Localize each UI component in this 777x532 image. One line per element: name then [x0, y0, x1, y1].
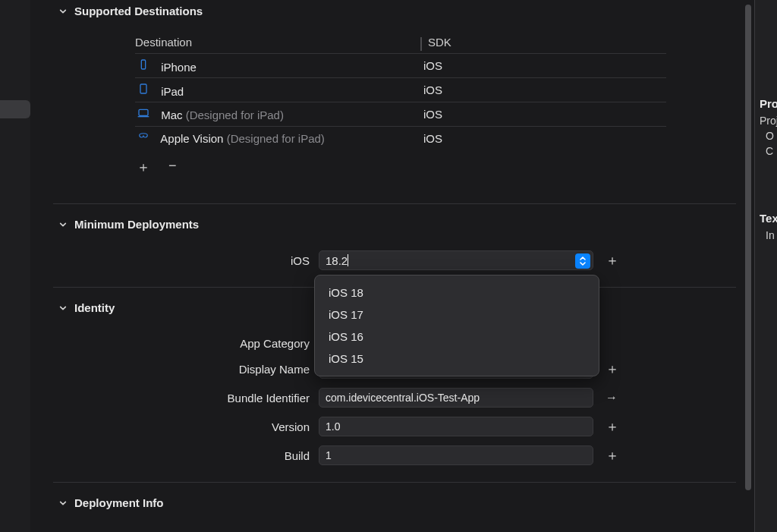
ios-version-dropdown: iOS 18 iOS 17 iOS 16 iOS 15 — [314, 275, 599, 376]
destination-sdk: iOS — [423, 83, 442, 96]
right-panel-item[interactable]: C — [766, 145, 777, 157]
add-deployment-button[interactable]: ＋ — [606, 251, 616, 269]
ipad-icon — [135, 82, 152, 96]
text-cursor — [348, 254, 348, 266]
right-panel-item[interactable]: Proj — [760, 115, 777, 127]
chevron-down-icon — [59, 304, 67, 312]
scrollbar-thumb[interactable] — [745, 5, 751, 490]
add-destination-button[interactable]: ＋ — [137, 158, 150, 176]
chevron-down-icon — [59, 8, 67, 15]
section-title: Deployment Info — [74, 496, 164, 509]
left-selection-highlight — [0, 100, 30, 118]
scrollbar-track[interactable] — [742, 0, 753, 532]
combobox-stepper-icon[interactable] — [575, 253, 590, 269]
divider — [53, 482, 736, 483]
bundle-identifier-label: Bundle Identifier — [53, 392, 319, 405]
destination-name: iPhone — [161, 61, 197, 74]
destination-name: Mac — [161, 109, 182, 121]
main-content: Supported Destinations Destination SDK i… — [46, 0, 744, 532]
section-minimum-deployments: Minimum Deployments iOS 18.2 ＋ — [53, 213, 736, 270]
destinations-table: Destination SDK iPhone iOS — [135, 33, 666, 176]
chevron-down-icon — [59, 221, 67, 228]
display-name-label: Display Name — [53, 363, 319, 376]
table-row[interactable]: Mac (Designed for iPad) iOS — [135, 102, 666, 126]
version-label: Version — [53, 420, 319, 433]
column-header-sdk[interactable]: SDK — [423, 36, 451, 49]
mac-icon — [135, 107, 152, 119]
destinations-header-row: Destination SDK — [135, 33, 666, 53]
section-header-minimum-deployments[interactable]: Minimum Deployments — [53, 213, 736, 235]
destination-sub: (Designed for iPad) — [223, 132, 324, 145]
version-field[interactable]: 1.0 — [319, 417, 593, 436]
destination-name: Apple Vision — [160, 132, 223, 145]
section-title: Minimum Deployments — [74, 218, 199, 231]
build-label: Build — [53, 449, 319, 462]
left-gutter — [0, 0, 30, 532]
table-row[interactable]: iPad iOS — [135, 77, 666, 102]
version-row: Version 1.0 ＋ — [53, 417, 736, 436]
bundle-identifier-row: Bundle Identifier com.idevicecentral.iOS… — [53, 388, 736, 408]
section-title: Supported Destinations — [74, 5, 203, 17]
divider — [53, 203, 736, 204]
chevron-down-icon — [59, 499, 67, 507]
ios-version-combobox[interactable]: 18.2 — [319, 250, 593, 270]
version-add-button[interactable]: ＋ — [606, 417, 616, 436]
build-add-button[interactable]: ＋ — [606, 446, 616, 464]
right-panel-heading: Tex — [760, 212, 777, 225]
section-title: Identity — [74, 301, 115, 314]
iphone-icon — [135, 58, 152, 71]
right-panel-heading: Pro — [760, 97, 777, 110]
destination-sdk: iOS — [423, 59, 442, 72]
svg-rect-0 — [141, 60, 145, 69]
svg-rect-1 — [140, 84, 146, 93]
section-supported-destinations: Supported Destinations Destination SDK i… — [53, 0, 736, 176]
build-row: Build 1 ＋ — [53, 445, 736, 465]
ios-label: iOS — [53, 254, 319, 267]
dropdown-item-ios16[interactable]: iOS 16 — [315, 326, 599, 348]
destination-name: iPad — [161, 85, 184, 98]
app-category-label: App Category — [53, 337, 319, 350]
bundle-identifier-navigate-button[interactable]: → — [606, 391, 616, 405]
section-header-deployment-info[interactable]: Deployment Info — [53, 492, 736, 514]
ios-version-value: 18.2 — [326, 254, 348, 267]
dropdown-item-ios15[interactable]: iOS 15 — [315, 348, 599, 370]
bundle-identifier-field[interactable]: com.idevicecentral.iOS-Test-App — [319, 388, 593, 408]
display-name-add-button[interactable]: ＋ — [606, 360, 616, 378]
section-deployment-info: Deployment Info — [53, 492, 736, 514]
destination-sdk: iOS — [423, 132, 442, 145]
destination-sub: (Designed for iPad) — [183, 109, 284, 121]
column-header-destination[interactable]: Destination — [135, 36, 423, 49]
right-panel-item[interactable]: O — [766, 130, 777, 142]
right-panel-item[interactable]: In — [766, 229, 777, 241]
table-row[interactable]: Apple Vision (Designed for iPad) iOS — [135, 126, 666, 150]
dropdown-item-ios18[interactable]: iOS 18 — [315, 282, 599, 304]
table-row[interactable]: iPhone iOS — [135, 53, 666, 77]
dropdown-item-ios17[interactable]: iOS 17 — [315, 304, 599, 326]
section-header-supported-destinations[interactable]: Supported Destinations — [53, 0, 736, 22]
right-inspector-panel: Pro Proj O C Tex In — [754, 0, 777, 532]
destinations-buttons: ＋ − — [137, 158, 666, 176]
build-field[interactable]: 1 — [319, 445, 593, 465]
remove-destination-button[interactable]: − — [168, 158, 177, 176]
svg-rect-2 — [139, 109, 148, 115]
destination-sdk: iOS — [423, 108, 442, 121]
minimum-deployments-row: iOS 18.2 ＋ — [53, 250, 736, 270]
vision-icon — [135, 132, 152, 143]
